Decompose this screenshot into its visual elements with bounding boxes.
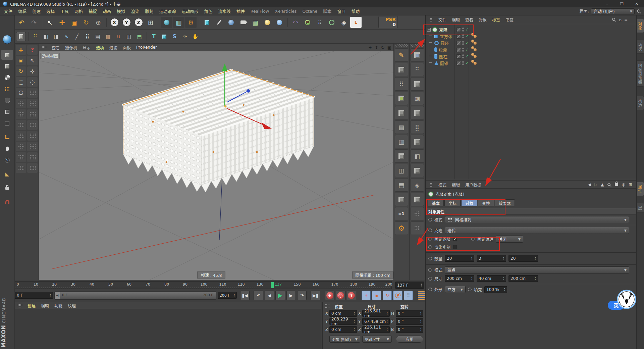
goto-end-icon[interactable]: ▶▮ <box>311 291 320 300</box>
keyframe-dot[interactable] <box>428 245 432 249</box>
menu-file[interactable]: 文件 <box>4 8 12 14</box>
object-label[interactable]: 立方体 <box>440 33 452 40</box>
polygon-select-icon[interactable]: ⬠ <box>16 88 26 98</box>
palette-slot[interactable] <box>27 99 38 108</box>
array-tool-icon[interactable]: ⠛ <box>31 32 40 41</box>
object-tags[interactable] <box>471 46 478 52</box>
search-icon[interactable] <box>637 9 641 14</box>
object-label[interactable]: 克隆 <box>439 27 447 33</box>
redo-icon[interactable]: ↷ <box>28 17 40 28</box>
fill-field[interactable]: 100 %▴▾ <box>484 286 507 293</box>
frame-range-slider[interactable]: ◀ 0 F 200 F <box>54 291 216 300</box>
mat-menu-edit[interactable]: 编辑 <box>41 303 49 308</box>
polygons-mode-icon[interactable] <box>1 118 13 128</box>
object-tags[interactable] <box>471 53 478 58</box>
palette-slot[interactable] <box>411 207 424 220</box>
current-frame-field[interactable]: 137 F▴▾ <box>395 282 424 289</box>
tab-content-browser[interactable]: 内容浏览器 <box>637 60 644 87</box>
menu-plugins[interactable]: 插件 <box>236 8 245 14</box>
viewport-solo-icon[interactable] <box>1 144 13 154</box>
tab-object[interactable]: 对象 <box>461 199 477 206</box>
last-tool-icon[interactable]: ⊕ <box>93 17 104 28</box>
capture-icon[interactable]: L <box>350 17 362 28</box>
keyframe-dot[interactable] <box>428 277 432 281</box>
pos-z-field[interactable]: 0 cm▴▾ <box>329 326 357 333</box>
move-icon[interactable]: + <box>56 17 68 28</box>
object-label[interactable]: 圆环 <box>440 40 449 46</box>
palette-grip[interactable] <box>395 44 408 47</box>
record-scale-icon[interactable]: ▣ <box>372 291 381 300</box>
palette-slot[interactable] <box>411 77 424 91</box>
make-editable-icon[interactable] <box>1 50 13 60</box>
rotate-icon[interactable]: ↻ <box>80 17 92 28</box>
magnet-tool-icon[interactable]: ∪ <box>114 32 123 41</box>
palette-slot[interactable]: ◈ <box>411 178 424 192</box>
maximize-button[interactable]: ❐ <box>614 0 629 7</box>
visibility-toggles[interactable]: ✓ <box>457 54 469 59</box>
keyframe-dot[interactable] <box>428 257 432 260</box>
scale-tool-icon[interactable]: ▣ <box>16 56 26 65</box>
scale-icon[interactable]: ▣ <box>68 17 80 28</box>
tab-attributes[interactable]: 属性 <box>637 182 644 196</box>
spline-arc-icon[interactable]: S <box>170 32 179 41</box>
coordinate-system-icon[interactable]: ⊞ <box>145 17 156 28</box>
fix-clone-checkbox[interactable]: ✓ <box>453 237 457 241</box>
camera-icon[interactable] <box>237 17 249 28</box>
size-y-field[interactable]: 67.459 cm▴▾ <box>362 318 390 325</box>
render-picture-viewer-icon[interactable]: ▥ <box>173 17 184 28</box>
pos-x-field[interactable]: 0 cm▴▾ <box>329 310 357 317</box>
object-tags[interactable] <box>471 60 478 65</box>
shape-dropdown[interactable]: 立方▼ <box>445 286 466 293</box>
hand-tool-icon[interactable]: ✋ <box>191 32 200 41</box>
modeling-settings-icon[interactable] <box>16 32 26 41</box>
menu-simulate[interactable]: 模拟 <box>117 8 125 14</box>
palette-slot[interactable] <box>395 92 408 105</box>
palette-slot[interactable] <box>411 164 424 177</box>
keyframe-dot[interactable] <box>468 288 472 291</box>
object-label[interactable]: 胶囊 <box>439 47 447 53</box>
live-selection-icon[interactable]: ↖ <box>44 17 56 28</box>
next-frame-icon[interactable]: ▶ <box>286 291 296 300</box>
edges-icon[interactable]: ▤ <box>93 32 103 41</box>
cube-generator-icon[interactable] <box>159 32 169 41</box>
om-menu-objects[interactable]: 对象 <box>479 17 487 22</box>
rotate-tool-icon[interactable]: ↻ <box>16 66 26 76</box>
keyframe-dot[interactable] <box>428 218 432 221</box>
size-x-field[interactable]: 200 cm▴▾ <box>445 275 474 282</box>
menu-pipeline[interactable]: 流水线 <box>218 8 231 14</box>
palette-slot[interactable]: ◧ <box>411 149 424 163</box>
am-menu-edit[interactable]: 编辑 <box>452 182 460 188</box>
am-forward-icon[interactable]: ▷ <box>594 182 597 187</box>
vp-rotate-icon[interactable]: ↻ <box>381 45 385 50</box>
menu-mesh[interactable]: 网格 <box>74 8 83 14</box>
prev-key-icon[interactable]: ↶ <box>254 291 263 300</box>
timeline-ruler[interactable]: 0 10 20 30 40 50 60 70 80 90 100 110 120… <box>15 281 392 289</box>
equals-one-gear-icon[interactable]: =1 <box>395 207 408 220</box>
help-icon[interactable]: ? <box>27 45 38 55</box>
cursor-icon[interactable]: ↖ <box>27 56 38 65</box>
tab-structure[interactable]: 构造 <box>637 96 644 110</box>
palette-slot[interactable] <box>395 106 408 119</box>
edges-mode-icon[interactable] <box>1 107 13 117</box>
menu-animate[interactable]: 动画 <box>103 8 111 14</box>
object-tags[interactable] <box>471 33 478 38</box>
am-search-icon[interactable] <box>607 183 611 187</box>
palette-slot[interactable] <box>16 152 26 162</box>
visibility-toggles[interactable]: ✓ <box>457 41 469 45</box>
palette-slot[interactable]: ⣿ <box>411 120 424 134</box>
visibility-toggles[interactable]: ✓ <box>457 61 469 65</box>
xpresso-icon[interactable]: JB <box>302 17 313 28</box>
record-position-icon[interactable]: + <box>362 291 371 300</box>
render-instance-checkbox[interactable] <box>453 245 457 249</box>
perspective-viewport[interactable]: 透视视图 帧速 : 45.8 网格间距 : 100 cm <box>39 51 393 280</box>
om-search-icon[interactable] <box>612 17 616 22</box>
vp-maximize-icon[interactable]: ▣ <box>387 45 391 50</box>
vp-menu-display[interactable]: 显示 <box>83 45 91 50</box>
clip-start-field[interactable]: 0 F▴▾ <box>15 292 53 299</box>
goto-start-icon[interactable]: ▮◀ <box>240 291 250 300</box>
lock-workplane-icon[interactable] <box>1 183 13 193</box>
palette-slot[interactable] <box>27 163 38 173</box>
volume-icon[interactable]: ◈ <box>338 17 350 28</box>
view-label[interactable]: 透视视图 <box>40 53 60 59</box>
keyframe-dot[interactable] <box>428 268 432 272</box>
